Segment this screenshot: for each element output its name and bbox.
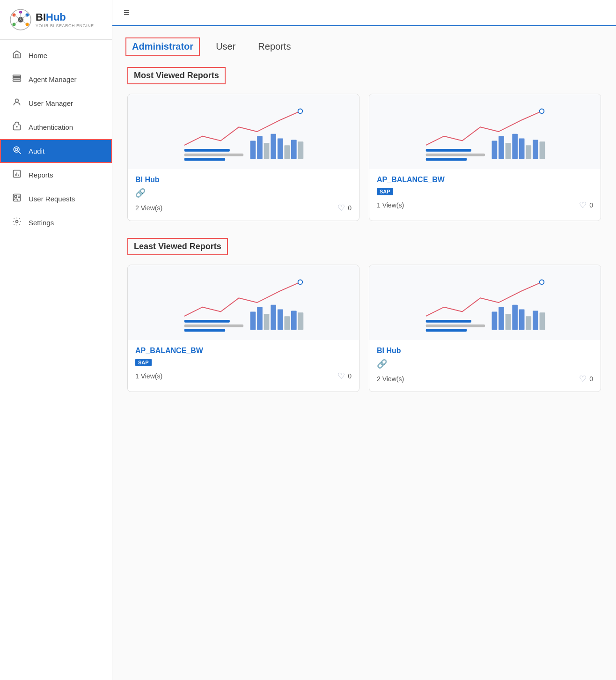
svg-rect-36 (271, 134, 276, 159)
sidebar-item-reports-label: Reports (29, 171, 53, 179)
hamburger-button[interactable]: ≡ (124, 7, 130, 19)
most-viewed-cards: BI Hub 🔗 2 View(s) ♡ 0 (127, 94, 601, 221)
logo-bi: BI (36, 11, 46, 23)
svg-rect-61 (278, 310, 283, 330)
logo-subtitle: YOUR BI SEARCH ENGINE (36, 23, 94, 28)
likes-count: 0 (589, 375, 593, 383)
svg-rect-59 (264, 314, 270, 330)
svg-rect-43 (426, 154, 485, 156)
card-footer-bihub-least: 2 View(s) ♡ 0 (377, 374, 593, 384)
svg-rect-46 (499, 136, 504, 159)
card-chart-bihub-most (128, 94, 359, 169)
card-likes-bihub-least[interactable]: ♡ 0 (579, 374, 593, 384)
sidebar-nav: Home Agent Manager User Manager Authenti… (0, 40, 112, 680)
svg-rect-40 (298, 141, 304, 159)
card-source-apbalance-most: SAP (377, 188, 593, 195)
svg-rect-66 (426, 320, 471, 323)
card-views-bihub-most: 2 View(s) (135, 204, 162, 212)
sidebar-item-user-manager-label: User Manager (29, 99, 73, 107)
audit-icon (12, 145, 22, 157)
svg-rect-58 (257, 307, 263, 330)
sap-badge: SAP (377, 188, 393, 195)
card-title-bihub-most: BI Hub (135, 176, 352, 184)
svg-rect-67 (426, 325, 485, 327)
svg-point-25 (15, 195, 17, 198)
heart-icon: ♡ (579, 200, 587, 210)
svg-rect-38 (284, 145, 290, 159)
svg-point-15 (15, 99, 19, 102)
svg-rect-64 (298, 312, 304, 330)
least-viewed-section: Least Viewed Reports (127, 238, 601, 392)
svg-rect-12 (13, 75, 21, 76)
reports-icon (12, 169, 22, 181)
svg-rect-71 (506, 314, 511, 330)
likes-count: 0 (348, 372, 352, 380)
svg-rect-30 (184, 149, 230, 152)
card-bihub-most[interactable]: BI Hub 🔗 2 View(s) ♡ 0 (127, 94, 359, 221)
heart-icon: ♡ (337, 371, 345, 381)
agent-manager-icon (12, 74, 22, 85)
svg-line-18 (19, 152, 21, 154)
tab-administrator[interactable]: Administrator (127, 39, 198, 54)
card-source-bihub-most: 🔗 (135, 188, 352, 198)
sidebar-item-reports[interactable]: Reports (0, 163, 112, 187)
heart-icon: ♡ (337, 203, 345, 213)
svg-point-53 (298, 280, 303, 284)
card-views-bihub-least: 2 View(s) (377, 375, 404, 383)
svg-rect-39 (291, 140, 297, 159)
svg-rect-32 (184, 158, 225, 161)
link-icon-least: 🔗 (377, 359, 387, 369)
svg-point-19 (15, 148, 18, 151)
most-viewed-section: Most Viewed Reports (127, 67, 601, 221)
sidebar-item-authentication[interactable]: Authentication (0, 115, 112, 139)
sidebar-item-user-manager[interactable]: User Manager (0, 91, 112, 115)
card-likes-apbalance-most[interactable]: ♡ 0 (579, 200, 593, 210)
sidebar-item-user-requests[interactable]: User Requests (0, 187, 112, 211)
svg-rect-55 (184, 325, 243, 327)
sidebar-item-settings[interactable]: Settings (0, 211, 112, 235)
card-body-bihub-most: BI Hub 🔗 2 View(s) ♡ 0 (128, 169, 359, 221)
svg-rect-14 (13, 80, 21, 81)
svg-rect-13 (13, 77, 21, 79)
svg-point-16 (16, 126, 17, 127)
tab-user[interactable]: User (211, 39, 240, 54)
svg-rect-56 (184, 329, 225, 332)
card-apbalance-most[interactable]: AP_BALANCE_BW SAP 1 View(s) ♡ 0 (369, 94, 601, 221)
card-footer-bihub-most: 2 View(s) ♡ 0 (135, 203, 352, 213)
user-manager-icon (12, 97, 22, 109)
sidebar-item-home[interactable]: Home (0, 44, 112, 67)
card-footer-apbalance-most: 1 View(s) ♡ 0 (377, 200, 593, 210)
card-body-bihub-least: BI Hub 🔗 2 View(s) ♡ 0 (369, 340, 601, 392)
svg-rect-33 (250, 140, 256, 159)
card-chart-bihub-least (369, 265, 601, 340)
svg-rect-34 (257, 136, 263, 159)
svg-rect-69 (492, 311, 498, 330)
logo: BIHub YOUR BI SEARCH ENGINE (0, 0, 112, 40)
home-icon (12, 50, 22, 61)
sidebar-item-agent-manager[interactable]: Agent Manager (0, 67, 112, 91)
settings-icon (12, 217, 22, 229)
tab-reports[interactable]: Reports (253, 39, 295, 54)
least-viewed-cards: AP_BALANCE_BW SAP 1 View(s) ♡ 0 (127, 265, 601, 392)
sidebar-item-audit[interactable]: Audit (0, 139, 112, 163)
logo-text: BIHub YOUR BI SEARCH ENGINE (36, 11, 94, 28)
authentication-icon (12, 121, 22, 133)
svg-point-28 (16, 221, 18, 223)
svg-rect-44 (426, 158, 467, 161)
svg-rect-42 (426, 149, 471, 152)
logo-icon (9, 8, 32, 31)
card-bihub-least[interactable]: BI Hub 🔗 2 View(s) ♡ 0 (369, 265, 601, 392)
card-likes-apbalance-least[interactable]: ♡ 0 (337, 371, 352, 381)
card-title-apbalance-least: AP_BALANCE_BW (135, 347, 352, 355)
card-chart-apbalance-least (128, 265, 359, 340)
svg-point-65 (540, 280, 544, 284)
card-likes-bihub-most[interactable]: ♡ 0 (337, 203, 352, 213)
top-bar: ≡ (112, 0, 616, 26)
card-apbalance-least[interactable]: AP_BALANCE_BW SAP 1 View(s) ♡ 0 (127, 265, 359, 392)
sidebar-item-settings-label: Settings (29, 219, 54, 227)
svg-rect-68 (426, 329, 467, 332)
svg-point-41 (540, 109, 544, 113)
heart-icon: ♡ (579, 374, 587, 384)
card-views-apbalance-least: 1 View(s) (135, 372, 162, 380)
card-body-apbalance-most: AP_BALANCE_BW SAP 1 View(s) ♡ 0 (369, 169, 601, 218)
